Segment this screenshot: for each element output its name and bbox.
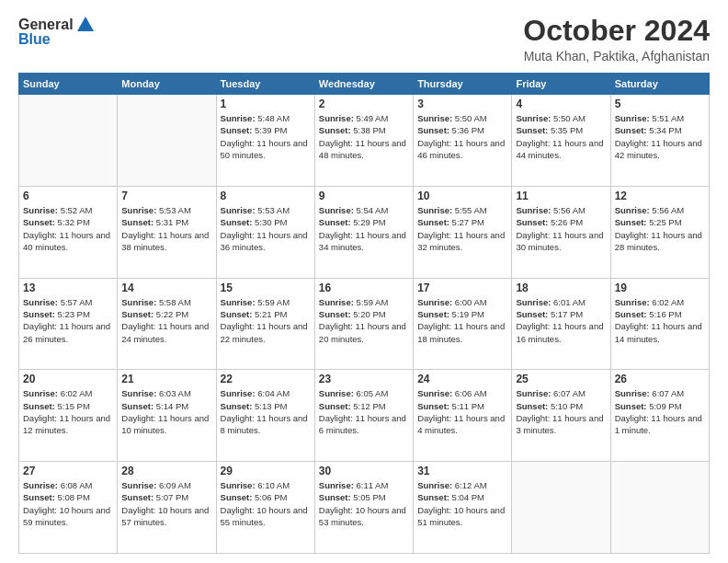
day-number: 29 <box>221 465 311 477</box>
calendar-cell: 20Sunrise: 6:02 AMSunset: 5:15 PMDayligh… <box>19 370 118 462</box>
day-number: 7 <box>121 190 211 202</box>
day-number: 10 <box>417 190 507 202</box>
week-row-3: 13Sunrise: 5:57 AMSunset: 5:23 PMDayligh… <box>19 278 710 370</box>
page: General Blue October 2024 Muta Khan, Pak… <box>0 0 728 563</box>
day-info: Sunrise: 6:08 AMSunset: 5:08 PMDaylight:… <box>23 479 113 528</box>
calendar-cell: 27Sunrise: 6:08 AMSunset: 5:08 PMDayligh… <box>19 462 118 554</box>
calendar-cell: 29Sunrise: 6:10 AMSunset: 5:06 PMDayligh… <box>216 462 314 554</box>
calendar-cell: 31Sunrise: 6:12 AMSunset: 5:04 PMDayligh… <box>414 462 512 554</box>
day-number: 19 <box>615 282 705 294</box>
calendar-cell: 1Sunrise: 5:48 AMSunset: 5:39 PMDaylight… <box>216 95 314 187</box>
calendar-cell: 2Sunrise: 5:49 AMSunset: 5:38 PMDaylight… <box>314 95 413 187</box>
logo-icon <box>75 15 96 35</box>
day-number: 28 <box>121 465 211 477</box>
calendar-cell: 24Sunrise: 6:06 AMSunset: 5:11 PMDayligh… <box>414 370 512 462</box>
week-row-2: 6Sunrise: 5:52 AMSunset: 5:32 PMDaylight… <box>19 186 710 278</box>
weekday-header-friday: Friday <box>512 74 610 95</box>
day-info: Sunrise: 6:05 AMSunset: 5:12 PMDaylight:… <box>319 387 409 436</box>
calendar-cell: 7Sunrise: 5:53 AMSunset: 5:31 PMDaylight… <box>118 186 216 278</box>
day-info: Sunrise: 5:50 AMSunset: 5:36 PMDaylight:… <box>417 112 507 161</box>
day-number: 1 <box>221 98 311 110</box>
weekday-header-sunday: Sunday <box>19 74 118 95</box>
day-info: Sunrise: 5:59 AMSunset: 5:20 PMDaylight:… <box>319 296 409 345</box>
day-number: 18 <box>516 282 606 294</box>
day-info: Sunrise: 5:54 AMSunset: 5:29 PMDaylight:… <box>319 204 409 253</box>
day-info: Sunrise: 6:04 AMSunset: 5:13 PMDaylight:… <box>221 387 311 436</box>
weekday-header-thursday: Thursday <box>414 74 512 95</box>
day-number: 24 <box>417 373 507 385</box>
day-info: Sunrise: 6:10 AMSunset: 5:06 PMDaylight:… <box>221 479 311 528</box>
week-row-5: 27Sunrise: 6:08 AMSunset: 5:08 PMDayligh… <box>19 462 710 554</box>
day-info: Sunrise: 6:07 AMSunset: 5:09 PMDaylight:… <box>615 387 705 436</box>
day-info: Sunrise: 6:11 AMSunset: 5:05 PMDaylight:… <box>319 479 409 528</box>
logo-area: General Blue <box>18 15 96 48</box>
calendar-cell: 8Sunrise: 5:53 AMSunset: 5:30 PMDaylight… <box>216 186 314 278</box>
day-info: Sunrise: 5:48 AMSunset: 5:39 PMDaylight:… <box>221 112 311 161</box>
day-number: 8 <box>221 190 311 202</box>
day-info: Sunrise: 5:58 AMSunset: 5:22 PMDaylight:… <box>121 296 211 345</box>
day-number: 31 <box>417 465 507 477</box>
day-number: 13 <box>23 282 113 294</box>
header: General Blue October 2024 Muta Khan, Pak… <box>18 15 710 63</box>
day-info: Sunrise: 5:56 AMSunset: 5:25 PMDaylight:… <box>615 204 705 253</box>
day-number: 2 <box>319 98 409 110</box>
day-info: Sunrise: 6:09 AMSunset: 5:07 PMDaylight:… <box>121 479 211 528</box>
day-info: Sunrise: 5:52 AMSunset: 5:32 PMDaylight:… <box>23 204 113 253</box>
title-area: October 2024 Muta Khan, Paktika, Afghani… <box>523 15 710 63</box>
day-number: 22 <box>221 373 311 385</box>
weekday-header-row: SundayMondayTuesdayWednesdayThursdayFrid… <box>19 74 710 95</box>
location-title: Muta Khan, Paktika, Afghanistan <box>523 49 710 63</box>
day-info: Sunrise: 6:07 AMSunset: 5:10 PMDaylight:… <box>516 387 606 436</box>
day-info: Sunrise: 6:12 AMSunset: 5:04 PMDaylight:… <box>417 479 507 528</box>
weekday-header-wednesday: Wednesday <box>314 74 413 95</box>
day-info: Sunrise: 6:00 AMSunset: 5:19 PMDaylight:… <box>417 296 507 345</box>
day-info: Sunrise: 6:01 AMSunset: 5:17 PMDaylight:… <box>516 296 606 345</box>
calendar-cell <box>610 462 709 554</box>
week-row-1: 1Sunrise: 5:48 AMSunset: 5:39 PMDaylight… <box>19 95 710 187</box>
day-number: 21 <box>121 373 211 385</box>
day-number: 12 <box>615 190 705 202</box>
day-info: Sunrise: 5:49 AMSunset: 5:38 PMDaylight:… <box>319 112 409 161</box>
calendar-cell <box>118 95 216 187</box>
day-info: Sunrise: 5:59 AMSunset: 5:21 PMDaylight:… <box>221 296 311 345</box>
calendar-cell: 25Sunrise: 6:07 AMSunset: 5:10 PMDayligh… <box>512 370 610 462</box>
calendar-cell <box>512 462 610 554</box>
week-row-4: 20Sunrise: 6:02 AMSunset: 5:15 PMDayligh… <box>19 370 710 462</box>
month-title: October 2024 <box>523 15 710 47</box>
day-number: 20 <box>23 373 113 385</box>
day-number: 15 <box>221 282 311 294</box>
calendar-cell: 4Sunrise: 5:50 AMSunset: 5:35 PMDaylight… <box>512 95 610 187</box>
calendar-cell: 21Sunrise: 6:03 AMSunset: 5:14 PMDayligh… <box>118 370 216 462</box>
day-info: Sunrise: 5:51 AMSunset: 5:34 PMDaylight:… <box>615 112 705 161</box>
day-number: 25 <box>516 373 606 385</box>
calendar-body: 1Sunrise: 5:48 AMSunset: 5:39 PMDaylight… <box>19 95 710 554</box>
calendar-table: SundayMondayTuesdayWednesdayThursdayFrid… <box>18 73 710 554</box>
calendar-cell: 10Sunrise: 5:55 AMSunset: 5:27 PMDayligh… <box>414 186 512 278</box>
calendar-cell: 6Sunrise: 5:52 AMSunset: 5:32 PMDaylight… <box>19 186 118 278</box>
calendar-cell: 17Sunrise: 6:00 AMSunset: 5:19 PMDayligh… <box>414 278 512 370</box>
day-number: 3 <box>417 98 507 110</box>
day-info: Sunrise: 5:53 AMSunset: 5:31 PMDaylight:… <box>121 204 211 253</box>
calendar-cell: 16Sunrise: 5:59 AMSunset: 5:20 PMDayligh… <box>314 278 413 370</box>
day-number: 17 <box>417 282 507 294</box>
calendar-cell: 26Sunrise: 6:07 AMSunset: 5:09 PMDayligh… <box>610 370 709 462</box>
day-info: Sunrise: 6:03 AMSunset: 5:14 PMDaylight:… <box>121 387 211 436</box>
day-number: 6 <box>23 190 113 202</box>
calendar-cell: 28Sunrise: 6:09 AMSunset: 5:07 PMDayligh… <box>118 462 216 554</box>
weekday-header-saturday: Saturday <box>610 74 709 95</box>
calendar-cell: 30Sunrise: 6:11 AMSunset: 5:05 PMDayligh… <box>314 462 413 554</box>
day-info: Sunrise: 5:56 AMSunset: 5:26 PMDaylight:… <box>516 204 606 253</box>
day-info: Sunrise: 5:53 AMSunset: 5:30 PMDaylight:… <box>221 204 311 253</box>
day-number: 9 <box>319 190 409 202</box>
day-number: 23 <box>319 373 409 385</box>
day-number: 16 <box>319 282 409 294</box>
day-info: Sunrise: 6:02 AMSunset: 5:16 PMDaylight:… <box>615 296 705 345</box>
calendar-cell: 13Sunrise: 5:57 AMSunset: 5:23 PMDayligh… <box>19 278 118 370</box>
calendar-cell: 12Sunrise: 5:56 AMSunset: 5:25 PMDayligh… <box>610 186 709 278</box>
day-number: 14 <box>121 282 211 294</box>
calendar-cell: 14Sunrise: 5:58 AMSunset: 5:22 PMDayligh… <box>118 278 216 370</box>
calendar-cell: 11Sunrise: 5:56 AMSunset: 5:26 PMDayligh… <box>512 186 610 278</box>
calendar-cell: 23Sunrise: 6:05 AMSunset: 5:12 PMDayligh… <box>314 370 413 462</box>
day-number: 26 <box>615 373 705 385</box>
day-info: Sunrise: 5:57 AMSunset: 5:23 PMDaylight:… <box>23 296 113 345</box>
